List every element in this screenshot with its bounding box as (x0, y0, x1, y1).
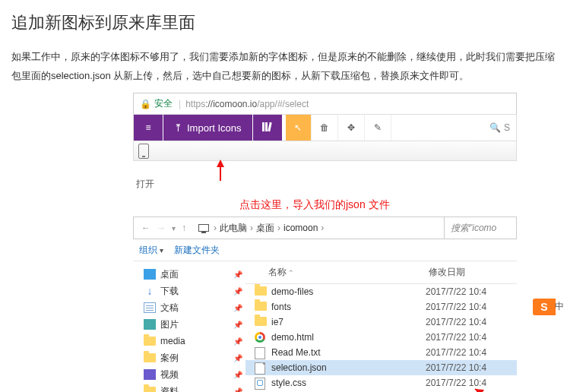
trash-icon: 🗑 (320, 122, 329, 133)
file-row[interactable]: style.css2017/7/22 10:4 (245, 375, 517, 390)
url-scheme: https (185, 99, 205, 109)
section-heading: 追加新图标到原来库里面 (11, 11, 556, 34)
books-icon (261, 122, 274, 134)
file-name: style.css (271, 378, 426, 388)
col-date[interactable]: 修改日期 (426, 261, 517, 283)
file-list-header: 名称⌃ 修改日期 (245, 261, 517, 284)
folder-icon (144, 387, 156, 392)
edit-tool-button[interactable]: ✎ (366, 115, 391, 141)
file-date: 2017/7/22 10:4 (426, 347, 517, 358)
forward-button[interactable]: → (157, 223, 166, 233)
menu-button[interactable]: ≡ (134, 115, 163, 141)
text-file-icon (255, 347, 267, 358)
file-row[interactable]: demo-files2017/7/22 10:4 (245, 284, 517, 299)
organize-dropdown[interactable]: 组织 (139, 244, 163, 257)
file-name: demo-files (271, 286, 426, 297)
tree-label: 文稿 (160, 302, 179, 315)
file-icon (255, 362, 267, 373)
file-name: Read Me.txt (271, 347, 426, 358)
file-name: selection.json (271, 362, 426, 373)
import-icons-button[interactable]: ⤒ Import Icons (163, 115, 252, 141)
intro-paragraph: 如果工作中，原来的字体图标不够用了，我们需要添加新的字体图标，但是原来的不能删除… (11, 48, 556, 85)
file-row[interactable]: Read Me.txt2017/7/22 10:4 (245, 345, 517, 360)
url-path: /app/#/select (257, 99, 309, 109)
nav-arrows: ← → ▾ ↑ (134, 223, 194, 233)
tree-item-data[interactable]: 资料📌 (139, 383, 242, 392)
file-name: demo.html (271, 332, 426, 343)
download-icon: ↓ (144, 286, 156, 296)
up-button[interactable]: ↑ (182, 223, 186, 233)
menu-icon: ≡ (145, 122, 150, 133)
file-row[interactable]: selection.json2017/7/22 10:4 (245, 360, 517, 375)
tree-item-videos[interactable]: 视频📌 (139, 366, 242, 383)
recent-dropdown[interactable]: ▾ (172, 224, 176, 232)
desktop-icon (144, 269, 156, 280)
folder-icon (255, 302, 267, 312)
file-row[interactable]: demo.html2017/7/22 10:4 (245, 330, 517, 345)
pictures-icon (144, 319, 156, 330)
search-box[interactable]: 🔍 S (483, 115, 516, 141)
svg-rect-1 (265, 122, 268, 131)
move-icon: ✥ (347, 122, 355, 133)
tree-item-documents[interactable]: 文稿📌 (139, 299, 242, 316)
folder-icon (255, 317, 267, 327)
file-date: 2017/7/22 10:4 (426, 378, 517, 388)
move-tool-button[interactable]: ✥ (339, 115, 365, 141)
pc-icon (198, 224, 209, 232)
delete-tool-button[interactable]: 🗑 (312, 115, 338, 141)
pin-icon: 📌 (233, 270, 242, 279)
col-name[interactable]: 名称⌃ (245, 261, 426, 283)
file-name: fonts (271, 302, 426, 312)
crumb-desktop[interactable]: 桌面 (256, 222, 274, 235)
pencil-icon: ✎ (374, 122, 382, 133)
pin-icon: 📌 (233, 321, 242, 329)
file-date: 2017/7/22 10:4 (426, 286, 517, 297)
pin-icon: 📌 (233, 371, 242, 379)
url-host: ://icomoon.io (205, 99, 257, 109)
screenshot-region: 🔒 安全 | https://icomoon.io/app/#/select ≡… (133, 93, 517, 392)
tree-item-desktop[interactable]: 桌面📌 (139, 266, 242, 283)
folder-icon (144, 337, 156, 346)
ime-badge[interactable]: S (533, 299, 556, 315)
pin-icon: 📌 (233, 287, 242, 296)
breadcrumb[interactable]: › 此电脑 › 桌面 › icomoon › (194, 222, 444, 235)
new-folder-button[interactable]: 新建文件夹 (174, 244, 220, 257)
tree-label: 图片 (160, 318, 179, 331)
secure-badge: 🔒 安全 (134, 97, 179, 110)
back-button[interactable]: ← (141, 223, 150, 233)
tree-label: 下载 (160, 285, 179, 298)
file-list: 名称⌃ 修改日期 demo-files2017/7/22 10:4fonts20… (245, 261, 517, 392)
upload-icon: ⤒ (174, 122, 182, 134)
pin-icon: 📌 (233, 337, 242, 346)
annotation-arrow-up (217, 160, 517, 175)
tree-label: 案例 (160, 352, 179, 365)
tree-item-media[interactable]: media📌 (139, 333, 242, 349)
tree-item-downloads[interactable]: ↓下载📌 (139, 283, 242, 299)
file-date: 2017/7/22 10:4 (426, 362, 517, 373)
app-toolbar: ≡ ⤒ Import Icons ↖ 🗑 ✥ ✎ 🔍 S (133, 114, 517, 141)
col-name-label: 名称 (268, 267, 287, 277)
explorer-search-placeholder: 搜索"icomo (451, 222, 496, 235)
search-placeholder: S (504, 122, 510, 133)
tree-item-cases[interactable]: 案例📌 (139, 349, 242, 366)
file-row[interactable]: ie72017/7/22 10:4 (245, 315, 517, 330)
select-tool-button[interactable]: ↖ (286, 115, 312, 141)
file-date: 2017/7/22 10:4 (426, 317, 517, 327)
url-display: https://icomoon.io/app/#/select (181, 99, 309, 109)
crumb-folder[interactable]: icomoon (284, 223, 318, 233)
document-icon (144, 302, 156, 313)
chrome-icon (255, 332, 267, 343)
tree-item-pictures[interactable]: 图片📌 (139, 316, 242, 333)
phone-icon[interactable] (138, 144, 149, 159)
css-file-icon (255, 378, 267, 388)
browser-address-bar: 🔒 安全 | https://icomoon.io/app/#/select (133, 93, 517, 114)
folder-icon (144, 353, 156, 362)
file-row[interactable]: fonts2017/7/22 10:4 (245, 299, 517, 315)
crumb-pc[interactable]: 此电脑 (220, 222, 247, 235)
explorer-command-bar: 组织 新建文件夹 (133, 239, 517, 261)
file-date: 2017/7/22 10:4 (426, 302, 517, 312)
explorer-search[interactable]: 搜索"icomo (444, 217, 516, 239)
open-dialog-label: 打开 (133, 175, 517, 194)
explorer-nav: ← → ▾ ↑ › 此电脑 › 桌面 › icomoon › 搜索"icomo (133, 217, 517, 239)
library-button[interactable] (253, 115, 282, 141)
